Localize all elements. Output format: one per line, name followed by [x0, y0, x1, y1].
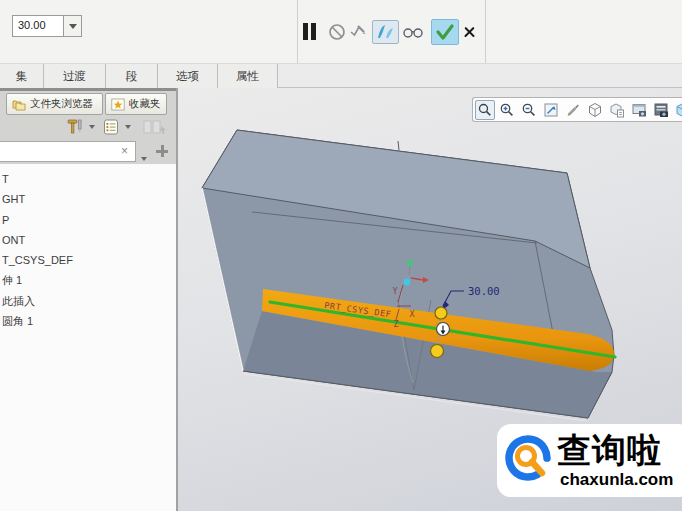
- zoom-in-icon: [499, 102, 515, 118]
- chevron-down-icon[interactable]: [89, 125, 95, 129]
- tools-icon[interactable]: [66, 118, 84, 136]
- ok-button[interactable]: [431, 19, 459, 45]
- perspective-icon: [675, 102, 682, 118]
- chaxunla-logo-icon: [502, 431, 558, 491]
- refit-button[interactable]: [541, 100, 561, 120]
- panel-divider: [0, 88, 178, 91]
- column-settings-icon-disabled: [142, 118, 168, 136]
- favorites-tab[interactable]: 收藏夹: [105, 93, 167, 115]
- radius-drag-handle[interactable]: [435, 307, 447, 319]
- glasses-icon[interactable]: [402, 25, 424, 39]
- dimension-value[interactable]: 30.00: [468, 285, 500, 297]
- zoom-out-icon: [521, 102, 537, 118]
- chevron-down-icon[interactable]: [125, 125, 131, 129]
- clear-search-icon[interactable]: ×: [118, 145, 131, 158]
- folders-icon: [12, 98, 26, 111]
- zoom-region-icon: [477, 102, 493, 118]
- view-manager-icon: [653, 102, 669, 118]
- zoom-region-button[interactable]: [475, 100, 495, 120]
- display-style-icon: [587, 102, 603, 118]
- axis-label-x: X: [409, 309, 415, 319]
- tab-options[interactable]: 选项: [158, 64, 218, 88]
- tree-item-csys[interactable]: T_CSYS_DEF: [0, 250, 176, 270]
- pause-icon[interactable]: [303, 23, 317, 40]
- axis-label-z: Z: [393, 319, 398, 329]
- preview-toggle-button[interactable]: [372, 20, 399, 44]
- axis-label-y: Y: [392, 286, 397, 296]
- in-graphics-toolbar: [472, 97, 682, 122]
- model-tree: T GHT P ONT T_CSYS_DEF 伸 1 此插入 圆角 1: [0, 164, 176, 511]
- feature-edit-icon[interactable]: [349, 22, 367, 40]
- tree-search-input[interactable]: ×: [0, 141, 136, 162]
- tree-item-insert-here[interactable]: 此插入: [0, 291, 176, 311]
- preview-toggle-icon: [373, 21, 398, 43]
- watermark: 查询啦 chaxunla.com: [497, 424, 682, 497]
- tree-filter-icon[interactable]: [102, 118, 120, 136]
- view-manager-button[interactable]: [651, 100, 671, 120]
- section-icon: [609, 102, 625, 118]
- search-row: ×: [0, 140, 178, 164]
- tree-item-front[interactable]: ONT: [0, 230, 176, 250]
- saved-views-button[interactable]: [629, 100, 649, 120]
- watermark-title: 查询啦: [557, 428, 662, 474]
- cancel-button[interactable]: [462, 24, 477, 39]
- no-preview-icon[interactable]: [328, 23, 346, 41]
- navigator-panel: 文件夹浏览器 收藏夹: [0, 88, 178, 511]
- tree-item-right[interactable]: GHT: [0, 189, 176, 209]
- navigator-toolbar: [0, 115, 178, 139]
- tab-transitions[interactable]: 过渡: [44, 64, 106, 88]
- folder-browser-label: 文件夹浏览器: [30, 97, 93, 111]
- repaint-icon: [565, 102, 581, 118]
- tab-sets[interactable]: 集: [0, 64, 44, 88]
- tree-item-part[interactable]: T: [0, 169, 176, 189]
- watermark-domain: chaxunla.com: [560, 470, 673, 490]
- perspective-button[interactable]: [673, 100, 682, 120]
- display-style-button[interactable]: [585, 100, 605, 120]
- refit-icon: [543, 102, 559, 118]
- dashboard-bar: 30.00: [0, 0, 682, 63]
- tree-item-top[interactable]: P: [0, 210, 176, 230]
- search-options-dropdown[interactable]: [141, 147, 151, 157]
- add-filter-button[interactable]: [154, 143, 170, 159]
- star-icon: [111, 98, 125, 111]
- favorites-label: 收藏夹: [129, 97, 161, 111]
- tree-item-extrude[interactable]: 伸 1: [0, 270, 176, 290]
- application-window: 30.00: [0, 0, 682, 511]
- section-button[interactable]: [607, 100, 627, 120]
- zoom-out-button[interactable]: [519, 100, 539, 120]
- dashboard-controls: [0, 0, 682, 63]
- saved-views-icon: [631, 102, 647, 118]
- chevron-down-icon: [141, 157, 147, 161]
- edge-tick: [398, 141, 399, 150]
- repaint-button[interactable]: [563, 100, 583, 120]
- dashboard-tabs: 集 过渡 段 选项 属性: [0, 63, 682, 88]
- tree-item-round[interactable]: 圆角 1: [0, 311, 176, 331]
- tab-pieces[interactable]: 段: [106, 64, 158, 88]
- tab-properties[interactable]: 属性: [218, 64, 278, 88]
- zoom-in-button[interactable]: [497, 100, 517, 120]
- graphics-area[interactable]: Y X Z PRT_CSYS_DEF 30.00: [178, 88, 682, 511]
- ok-check-icon: [432, 20, 458, 44]
- flip-handle[interactable]: [437, 323, 450, 336]
- folder-browser-tab[interactable]: 文件夹浏览器: [6, 93, 103, 115]
- extent-drag-handle[interactable]: [431, 345, 444, 358]
